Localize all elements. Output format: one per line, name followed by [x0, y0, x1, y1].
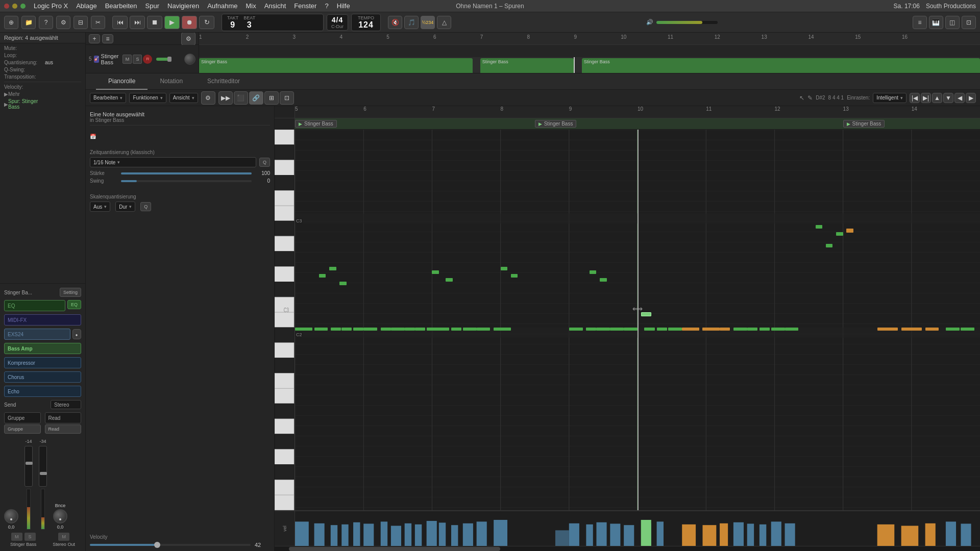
track-pan-knob[interactable] [184, 54, 195, 65]
echo-slot[interactable]: Echo [4, 386, 81, 397]
note-value-select[interactable]: 1/16 Note ▾ [90, 157, 256, 167]
menu-aufnahme[interactable]: Aufnahme [207, 2, 237, 10]
fader1[interactable] [24, 446, 33, 487]
rewind-button[interactable]: ⏮ [112, 16, 128, 29]
pr-align2[interactable]: ▶| [921, 93, 931, 103]
pr-region-label-1[interactable]: ▶ Stinger Bass [295, 120, 337, 128]
gruppe-btn[interactable]: Gruppe [4, 424, 41, 434]
pr-tool1[interactable]: ▶▶ [218, 91, 233, 105]
close-btn[interactable] [4, 4, 9, 9]
read-slot[interactable]: Read [45, 412, 82, 423]
add-track-btn[interactable]: + [89, 34, 100, 43]
minimize-btn[interactable] [12, 4, 17, 9]
bus-mute-btn[interactable]: M [58, 533, 69, 541]
eq-button[interactable]: EQ [67, 300, 81, 309]
pr-tool4[interactable]: ⊞ [264, 91, 279, 105]
metronome-button[interactable]: 🔇 [388, 16, 402, 29]
pr-region-label-2[interactable]: ▶ Stinger Bass [535, 120, 577, 128]
chorus-slot[interactable]: Chorus [4, 371, 81, 383]
quantize-toolbar-btn[interactable]: ½234 [421, 16, 435, 29]
eq-slot[interactable]: EQ [4, 300, 65, 311]
region-1[interactable]: Stinger Bass [199, 58, 473, 73]
tab-notation[interactable]: Notation [148, 73, 195, 90]
menu-logic-pro[interactable]: Logic Pro X [34, 2, 68, 10]
pr-einrasten-select[interactable]: Intelligent ▾ [873, 93, 906, 103]
fast-forward-button[interactable]: ⏭ [130, 16, 145, 29]
pr-funktionen-menu[interactable]: Funktionen ▾ [129, 93, 166, 103]
region-2[interactable]: Stinger Bass [480, 58, 574, 73]
track-settings-btn[interactable]: ⚙ [181, 33, 195, 45]
smartcontrol-btn2[interactable]: ⊡ [962, 16, 976, 29]
scissors-button[interactable]: ✂ [91, 16, 105, 29]
velocity-slider[interactable] [90, 544, 251, 546]
menu-mix[interactable]: Mix [246, 2, 256, 10]
compressor-slot[interactable]: Kompressor [4, 357, 81, 368]
track-mute-button[interactable]: M [122, 55, 132, 64]
menu-question[interactable]: ? [325, 2, 328, 10]
tab-pianorolle[interactable]: Pianorolle [96, 73, 148, 90]
q-btn[interactable]: Q [259, 158, 270, 167]
track-record-button[interactable]: R [143, 55, 152, 64]
help-button[interactable]: ? [39, 16, 53, 29]
bnce-knob[interactable] [53, 509, 67, 523]
menu-fenster[interactable]: Fenster [294, 2, 316, 10]
menu-ablage[interactable]: Ablage [76, 2, 96, 10]
pr-tool5[interactable]: ⊡ [280, 91, 294, 105]
read-btn[interactable]: Read [45, 424, 82, 434]
menu-spur[interactable]: Spur [145, 2, 159, 10]
pr-region-label-3[interactable]: ▶ Stinger Bass [843, 120, 885, 128]
pr-left-btn[interactable]: ◀ [954, 93, 965, 103]
midi-fx-slot[interactable]: MIDI-FX [4, 314, 81, 325]
menu-ansicht[interactable]: Ansicht [264, 2, 286, 10]
scale-q-btn[interactable]: Q [140, 202, 151, 211]
cycle-button[interactable]: ↻ [199, 16, 214, 29]
pr-tool2[interactable]: ⬛ [234, 91, 248, 105]
pan-knob[interactable] [4, 509, 18, 523]
menu-hilfe[interactable]: Hilfe [337, 2, 350, 10]
browser-button[interactable]: ◫ [945, 16, 960, 29]
pr-right-btn[interactable]: ▶ [966, 93, 976, 103]
track-solo-button[interactable]: S [133, 55, 142, 64]
exs-slot[interactable]: EXS24 [4, 329, 70, 340]
settings-button[interactable]: ⚙ [56, 16, 70, 29]
scale-aus-select[interactable]: Aus ▾ [90, 202, 110, 212]
aux-button[interactable]: ⬥ [72, 329, 81, 339]
mehr-row[interactable]: ▶ Mehr [4, 91, 81, 97]
track-solo-btn[interactable]: S [24, 533, 36, 541]
mixer-button[interactable]: ≡ [913, 16, 927, 29]
starke-slider[interactable] [121, 172, 252, 174]
volume-slider[interactable] [656, 21, 718, 24]
pr-align1[interactable]: |◀ [910, 93, 920, 103]
smartcontrol-button[interactable]: △ [437, 16, 451, 29]
trim-button[interactable]: ⊟ [74, 16, 88, 29]
track-mute-btn[interactable]: M [11, 533, 22, 541]
pr-up-btn[interactable]: ▲ [932, 93, 942, 103]
stereo-slot[interactable]: Stereo [51, 400, 81, 409]
pr-settings-btn[interactable]: ⚙ [201, 91, 215, 105]
new-button[interactable]: ⊕ [4, 16, 18, 29]
open-button[interactable]: 📁 [21, 16, 36, 29]
region-3[interactable]: Stinger Bass [582, 58, 980, 73]
piano-roll-button[interactable]: 🎹 [929, 16, 943, 29]
maximize-btn[interactable] [20, 4, 26, 9]
pr-notes-area[interactable]: ⟺ C2 C3 [295, 130, 980, 510]
stop-button[interactable]: ⏹ [147, 16, 162, 29]
scale-dur-select[interactable]: Dur ▾ [115, 202, 135, 212]
pr-ansicht-menu[interactable]: Ansicht ▾ [169, 93, 198, 103]
swing-slider[interactable] [121, 180, 252, 182]
play-button[interactable]: ▶ [164, 16, 180, 29]
pr-down-btn[interactable]: ▼ [943, 93, 953, 103]
bass-amp-slot[interactable]: Bass Amp [4, 343, 81, 354]
pr-scrollbar[interactable] [275, 546, 980, 551]
tune-button[interactable]: 🎵 [404, 16, 419, 29]
list-view-btn[interactable]: ≡ [102, 34, 113, 43]
fader2[interactable] [39, 446, 47, 487]
record-button[interactable]: ⏺ [182, 16, 197, 29]
tab-schritteditor[interactable]: Schritteditor [195, 73, 252, 90]
menu-navigieren[interactable]: Navigieren [167, 2, 199, 10]
pr-bearbeiten-menu[interactable]: Bearbeiten ▾ [90, 93, 126, 103]
setting-button[interactable]: Setting [60, 288, 81, 297]
gruppe-slot[interactable]: Gruppe [4, 412, 41, 423]
menu-bearbeiten[interactable]: Bearbeiten [105, 2, 137, 10]
pr-tool3[interactable]: 🔗 [249, 91, 263, 105]
